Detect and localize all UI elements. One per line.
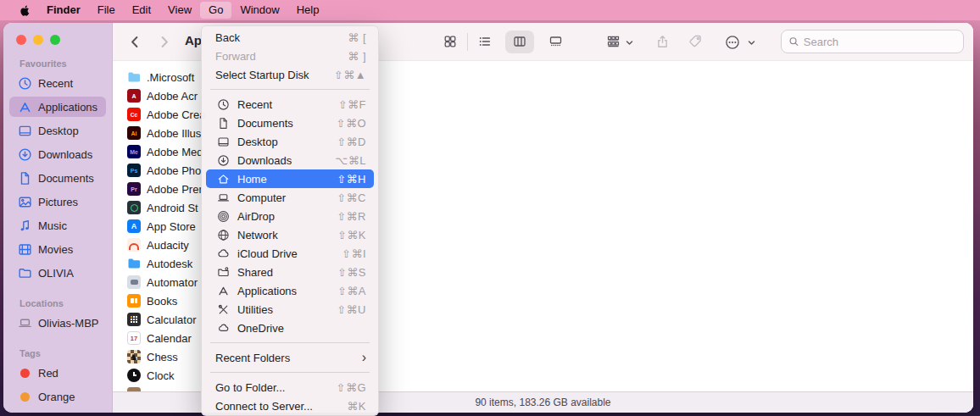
- chevron-right-icon: [157, 35, 171, 49]
- sidebar-item-tag-orange[interactable]: Orange: [9, 386, 106, 407]
- forward-button[interactable]: [157, 35, 171, 49]
- menu-item-downloads[interactable]: Downloads ⌥⌘L: [202, 151, 378, 169]
- menu-item-shortcut: ⇧⌘U: [337, 303, 366, 316]
- utilities-icon: [215, 303, 231, 316]
- chess-icon: ♞: [127, 350, 141, 363]
- share-button[interactable]: [655, 35, 670, 49]
- onedrive-cloud-icon: [215, 322, 231, 335]
- toolbar-divider: [467, 33, 468, 51]
- group-button[interactable]: [606, 35, 621, 48]
- file-name: Clock: [147, 369, 175, 382]
- icon-view-button[interactable]: [443, 35, 457, 48]
- menu-item-label: Go to Folder...: [215, 381, 285, 394]
- document-icon: [18, 171, 32, 186]
- sidebar-item-downloads[interactable]: Downloads: [9, 144, 106, 164]
- sidebar-item-desktop[interactable]: Desktop: [9, 120, 106, 141]
- sidebar-item-olivias-mbp[interactable]: Olivias-MBP: [9, 313, 106, 333]
- list-view-button[interactable]: [478, 35, 492, 48]
- globe-icon: [215, 229, 231, 241]
- gallery-view-button[interactable]: [548, 35, 563, 48]
- menu-item-desktop[interactable]: Desktop ⇧⌘D: [202, 132, 378, 151]
- sidebar-item-movies[interactable]: Movies: [9, 239, 106, 259]
- menu-item-label: Back: [215, 31, 240, 44]
- menu-item-icloud-drive[interactable]: iCloud Drive ⇧⌘I: [202, 244, 378, 263]
- menu-item-label: Documents: [237, 117, 293, 130]
- adobe-photoshop-folder-icon: Ps: [127, 164, 141, 177]
- menu-item-label: Computer: [237, 191, 286, 204]
- menu-item-shortcut: ⇧⌘I: [342, 247, 366, 260]
- sidebar-item-documents[interactable]: Documents: [9, 168, 106, 188]
- menu-item-utilities[interactable]: Utilities ⇧⌘U: [202, 300, 378, 319]
- sidebar-item-tag-red[interactable]: Red: [9, 363, 106, 383]
- tag-button[interactable]: [688, 35, 703, 49]
- menubar-item-finder[interactable]: Finder: [38, 2, 89, 19]
- menubar-item-file[interactable]: File: [89, 2, 124, 19]
- sidebar-section-locations: Locations: [19, 298, 112, 308]
- search-field[interactable]: [781, 30, 964, 53]
- menu-item-shortcut: ⇧⌘K: [337, 229, 366, 241]
- menu-item-shortcut: ⇧⌘O: [336, 117, 366, 130]
- sidebar-item-olivia[interactable]: OLIVIA: [9, 263, 106, 283]
- group-by-icon: [606, 35, 621, 48]
- apple-menu[interactable]: [10, 4, 38, 17]
- menubar-item-go[interactable]: Go: [200, 2, 231, 19]
- more-button[interactable]: [725, 35, 740, 50]
- menu-item-label: Shared: [237, 266, 273, 279]
- close-button[interactable]: [16, 35, 26, 45]
- menubar-item-window[interactable]: Window: [231, 2, 287, 19]
- menu-item-network[interactable]: Network ⇧⌘K: [202, 225, 378, 244]
- applications-icon: [18, 100, 32, 114]
- audacity-icon: [127, 238, 141, 252]
- menu-item-documents[interactable]: Documents ⇧⌘O: [202, 114, 378, 132]
- sidebar-item-label: Red: [38, 367, 58, 380]
- menu-item-applications[interactable]: Applications ⇧⌘A: [202, 281, 378, 300]
- sidebar-item-music[interactable]: Music: [9, 215, 106, 236]
- zoom-button[interactable]: [50, 35, 60, 45]
- sidebar-item-label: OLIVIA: [38, 267, 74, 280]
- cloud-icon: [215, 247, 231, 260]
- search-input[interactable]: [804, 36, 956, 48]
- menu-item-back[interactable]: Back ⌘ [: [202, 28, 378, 47]
- back-button[interactable]: [128, 35, 142, 49]
- menu-item-recent[interactable]: Recent ⇧⌘F: [202, 95, 378, 114]
- menu-item-airdrop[interactable]: AirDrop ⇧⌘R: [202, 207, 378, 225]
- file-name: App Store: [147, 220, 196, 233]
- submenu-chevron-icon: ›: [362, 351, 366, 364]
- minimize-button[interactable]: [33, 35, 43, 45]
- clock-app-icon: [127, 369, 141, 382]
- more-chevron[interactable]: [747, 38, 756, 47]
- sidebar-item-recent[interactable]: Recent: [9, 73, 106, 93]
- menu-item-computer[interactable]: Computer ⇧⌘C: [202, 188, 378, 207]
- menubar-item-edit[interactable]: Edit: [124, 2, 159, 19]
- menu-item-shortcut: ⇧⌘D: [337, 136, 366, 148]
- home-icon: [215, 173, 231, 186]
- column-view-button[interactable]: [513, 35, 526, 48]
- menubar-item-help[interactable]: Help: [288, 2, 328, 19]
- menubar: Finder File Edit View Go Window Help: [0, 0, 980, 20]
- folder-icon: [127, 257, 141, 270]
- calculator-icon: [127, 313, 141, 326]
- menu-item-select-startup-disk[interactable]: Select Startup Disk ⇧⌘▲: [202, 65, 378, 84]
- menu-item-connect-to-server[interactable]: Connect to Server... ⌘K: [202, 397, 378, 415]
- menu-item-recent-folders[interactable]: Recent Folders ›: [202, 348, 378, 367]
- file-name: Books: [147, 295, 177, 308]
- menubar-item-view[interactable]: View: [159, 2, 200, 19]
- group-chevron[interactable]: [625, 38, 634, 47]
- menu-item-shared[interactable]: Shared ⇧⌘S: [202, 263, 378, 281]
- sidebar-item-applications[interactable]: Applications: [9, 97, 106, 117]
- sidebar: Favourites Recent Applications Desktop D…: [3, 23, 113, 413]
- column-view-icon: [513, 35, 526, 48]
- sidebar-item-pictures[interactable]: Pictures: [9, 191, 106, 212]
- menu-item-shortcut: ⌘ ]: [348, 50, 366, 63]
- menu-item-shortcut: ⇧⌘▲: [334, 69, 366, 81]
- menu-item-label: Desktop: [237, 136, 278, 148]
- go-menu: Back ⌘ [ Forward ⌘ ] Select Startup Disk…: [201, 25, 379, 416]
- menu-item-onedrive[interactable]: OneDrive: [202, 319, 378, 337]
- menu-item-home[interactable]: Home ⇧⌘H: [206, 169, 374, 188]
- sidebar-item-label: Recent: [38, 77, 73, 90]
- sidebar-item-label: Applications: [38, 101, 97, 114]
- file-name: Adobe Prer: [147, 183, 203, 196]
- menu-item-go-to-folder[interactable]: Go to Folder... ⇧⌘G: [202, 378, 378, 397]
- sidebar-item-label: Orange: [38, 391, 75, 403]
- sidebar-item-label: Movies: [38, 243, 73, 256]
